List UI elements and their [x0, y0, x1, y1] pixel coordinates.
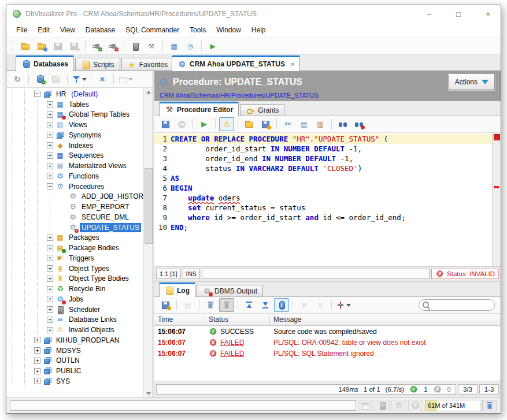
tab-databases[interactable]: Databases: [16, 55, 74, 71]
log-search-input[interactable]: [431, 301, 492, 309]
tree-item-tables[interactable]: +▦Tables: [9, 99, 144, 110]
tree-item-mdsys[interactable]: +MDSYS: [9, 345, 144, 356]
expand-handle[interactable]: +: [47, 327, 53, 333]
menu-item-sql-commander[interactable]: SQL Commander: [120, 26, 184, 34]
gc-button[interactable]: [482, 400, 497, 411]
clear-button[interactable]: [203, 298, 218, 312]
tree-item-indexes[interactable]: +◆Indexes: [9, 140, 144, 151]
open-folder-button[interactable]: [18, 39, 33, 53]
tab-grants[interactable]: Grants: [240, 104, 284, 116]
tree-item-add-job-history[interactable]: ⚙ADD_JOB_HISTORY: [9, 192, 144, 202]
tree-item-outln[interactable]: +OUTLN: [9, 356, 144, 366]
tree-item-functions[interactable]: +⚙Functions: [9, 171, 144, 181]
tree-item-synonyms[interactable]: +Synonyms: [9, 130, 144, 140]
close-button[interactable]: ×: [475, 5, 501, 23]
find-button[interactable]: [335, 117, 350, 131]
menu-item-edit[interactable]: Edit: [32, 26, 55, 34]
scroll-top-button[interactable]: [242, 298, 257, 312]
tree-item-package-bodies[interactable]: +▦Package Bodies: [9, 243, 144, 253]
tree-item-emp-report[interactable]: ⚙EMP_REPORT: [9, 202, 144, 212]
expand-handle[interactable]: +: [47, 132, 53, 138]
error-marker[interactable]: [494, 134, 500, 140]
tree-item-hr[interactable]: −HR(Default): [9, 89, 144, 99]
log-row[interactable]: 15:06:07SUCCESSSource code was compiled/…: [154, 326, 501, 337]
tree-scrollbar[interactable]: [143, 88, 153, 397]
filter-button[interactable]: [71, 72, 87, 86]
tab-log[interactable]: Log: [159, 283, 195, 297]
code-area[interactable]: 1CREATE OR REPLACE PROCEDURE "HR"."UPDAT…: [154, 133, 492, 266]
expand-handle[interactable]: +: [47, 142, 53, 148]
expand-handle[interactable]: +: [47, 163, 53, 169]
expand-handle[interactable]: +: [34, 378, 40, 384]
menu-item-window[interactable]: Window: [211, 26, 246, 34]
tree-item-scheduler[interactable]: +Scheduler: [9, 304, 144, 315]
expand-handle[interactable]: +: [47, 276, 53, 282]
connect-button[interactable]: +: [89, 39, 104, 53]
clear-on-execute-button[interactable]: [219, 298, 234, 312]
column-header-status[interactable]: Status: [205, 314, 270, 325]
refresh-button[interactable]: ↻: [10, 72, 25, 86]
cut-button[interactable]: ✂: [280, 117, 295, 131]
expand-handle[interactable]: +: [34, 368, 40, 374]
expand-handle[interactable]: +: [47, 317, 53, 323]
copy-button[interactable]: ▤: [297, 117, 312, 131]
expand-handle[interactable]: −: [47, 183, 53, 189]
collapse-all-button[interactable]: ×: [95, 72, 110, 86]
minimize-button[interactable]: –: [416, 5, 442, 23]
maximize-button[interactable]: □: [446, 5, 471, 23]
expand-handle[interactable]: +: [34, 337, 40, 343]
tab-procedure-editor[interactable]: ⚒Procedure Editor: [159, 102, 239, 116]
expand-handle[interactable]: +: [47, 265, 53, 272]
expand-handle[interactable]: +: [34, 347, 40, 354]
expand-handle[interactable]: +: [34, 358, 40, 364]
sql-editor[interactable]: 1CREATE OR REPLACE PROCEDURE "HR"."UPDAT…: [154, 133, 501, 266]
open-folder-button[interactable]: [242, 117, 257, 131]
folder-settings-button[interactable]: [34, 39, 49, 53]
tree-item-materialized-views[interactable]: +▦Materialized Views: [9, 161, 144, 171]
tree-item-packages[interactable]: +▦Packages: [9, 233, 144, 243]
server-button[interactable]: [128, 39, 143, 53]
expand-handle[interactable]: +: [47, 306, 53, 313]
expand-handle[interactable]: +: [47, 101, 53, 107]
menu-item-view[interactable]: View: [55, 26, 80, 34]
tree-item-public[interactable]: +PUBLIC: [9, 366, 144, 376]
tools-button[interactable]: ⚒: [144, 39, 159, 53]
tree-item-triggers[interactable]: +☛Triggers: [9, 253, 144, 263]
tree-item-secure-dml[interactable]: ⚙SECURE_DML: [9, 212, 144, 222]
expand-handle[interactable]: +: [47, 235, 53, 241]
add-connection-button[interactable]: +: [32, 72, 47, 86]
tree-item-database-links[interactable]: +∞Database Links: [9, 315, 144, 325]
tree-item-global-temp-tables[interactable]: +▦Global Temp Tables: [9, 110, 144, 120]
tab-favorites[interactable]: ★Favorites: [121, 58, 173, 70]
save-as-button[interactable]: [258, 117, 273, 131]
expand-handle[interactable]: +: [47, 286, 53, 292]
tree-item-jobs[interactable]: +⚙Jobs: [9, 294, 144, 304]
toolbar-drag-handle[interactable]: [10, 42, 13, 51]
expand-handle[interactable]: +: [47, 153, 53, 159]
error-marker[interactable]: [494, 186, 499, 188]
log-row[interactable]: 15:06:07FAILEDPL/SQL: SQL Statement igno…: [154, 348, 501, 359]
tree-item-views[interactable]: +▧Views: [9, 120, 144, 130]
tab-crm-ahoa-update-status[interactable]: ⚙CRM Ahoa UPDATE_STATUS×: [172, 55, 300, 71]
expand-handle[interactable]: +: [47, 245, 53, 251]
tree-item-update-status[interactable]: ⚙×UPDATE_STATUS: [9, 222, 144, 233]
paste-button[interactable]: ▥: [313, 117, 328, 131]
scrollbar-thumb[interactable]: [145, 168, 153, 244]
expand-handle[interactable]: +: [47, 296, 53, 302]
tree-item-recycle-bin[interactable]: +♻Recycle Bin: [9, 284, 144, 294]
menu-item-tools[interactable]: Tools: [184, 26, 211, 34]
save-button[interactable]: [158, 117, 173, 131]
expand-handle[interactable]: −: [34, 91, 40, 97]
menu-item-file[interactable]: File: [11, 26, 32, 34]
scroll-bottom-button[interactable]: [258, 298, 273, 312]
column-header-time[interactable]: Time: [154, 314, 205, 325]
execute-button[interactable]: ▶: [197, 117, 212, 131]
tab-close-button[interactable]: ×: [291, 61, 294, 68]
task-monitor-button[interactable]: ◷: [183, 39, 198, 53]
expand-handle[interactable]: +: [47, 173, 53, 179]
expand-handle[interactable]: +: [47, 255, 53, 261]
log-search-box[interactable]: [419, 299, 495, 311]
tree-item-invalid-objects[interactable]: +⚠Invalid Objects: [9, 325, 144, 335]
warning-button[interactable]: ⚠: [219, 117, 234, 131]
error-stripe[interactable]: [492, 133, 501, 266]
